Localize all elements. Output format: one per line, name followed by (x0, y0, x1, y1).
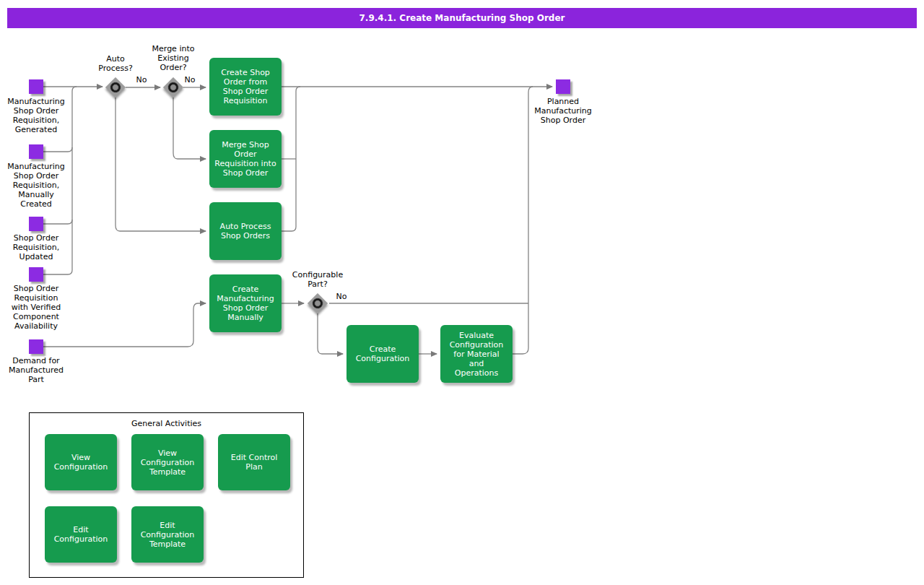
event-requisition-verified-availability[interactable] (29, 267, 43, 282)
gateway-icon (310, 296, 325, 311)
activity-label: Create Configuration (356, 344, 410, 363)
activity-label: Evaluate Configuration for Material and … (450, 331, 504, 378)
event-label: Manufacturing Shop Order Requisition, Ge… (0, 97, 78, 134)
process-diagram: 7.9.4.1. Create Manufacturing Shop Order… (0, 0, 924, 585)
activity-label: View Configuration (54, 453, 108, 472)
activity-auto-process-shop-orders[interactable]: Auto Process Shop Orders (209, 202, 282, 260)
activity-edit-control-plan[interactable]: Edit Control Plan (218, 434, 290, 490)
activity-edit-configuration-template[interactable]: Edit Configuration Template (131, 506, 204, 563)
event-demand-for-manufactured-part[interactable] (29, 339, 43, 354)
activity-evaluate-configuration[interactable]: Evaluate Configuration for Material and … (440, 325, 513, 383)
event-label: Shop Order Requisition with Verified Com… (0, 284, 78, 331)
event-mso-requisition-manually-created[interactable] (29, 144, 43, 159)
connector-event-manually-created (43, 147, 72, 152)
activity-view-configuration[interactable]: View Configuration (45, 434, 117, 490)
activity-label: Edit Control Plan (231, 453, 278, 472)
connector-event-updated (43, 220, 72, 224)
event-label: Manufacturing Shop Order Requisition, Ma… (0, 162, 78, 209)
event-label: Planned Manufacturing Shop Order (521, 97, 605, 125)
activity-label: Create Manufacturing Shop Order Manually (217, 285, 274, 322)
event-mso-requisition-generated[interactable] (29, 79, 43, 94)
connector-autoprocess-yes (116, 98, 206, 231)
activity-label: Create Shop Order from Shop Order Requis… (221, 68, 270, 105)
activity-edit-configuration[interactable]: Edit Configuration (45, 506, 117, 563)
activity-label: Auto Process Shop Orders (220, 222, 271, 240)
connector-configurable-yes (318, 313, 343, 354)
edge-label-no: No (328, 292, 354, 301)
activity-label: Merge Shop Order Requisition into Shop O… (214, 140, 276, 178)
event-shop-order-requisition-updated[interactable] (29, 217, 43, 231)
activity-label: Edit Configuration (54, 525, 108, 544)
activity-create-shop-order-manually[interactable]: Create Manufacturing Shop Order Manually (209, 274, 282, 332)
decision-label-merge-existing: Merge into Existing Order? (137, 44, 209, 72)
activity-label: View Configuration Template (141, 448, 195, 477)
event-label: Demand for Manufactured Part (0, 356, 78, 384)
activity-merge-requisition-into-shop-order[interactable]: Merge Shop Order Requisition into Shop O… (209, 130, 282, 188)
decision-label-configurable-part: Configurable Part? (282, 270, 354, 289)
activity-view-configuration-template[interactable]: View Configuration Template (131, 434, 204, 490)
general-activities-title: General Activities (30, 419, 303, 428)
event-label: Shop Order Requisition, Updated (0, 233, 78, 261)
connector-merge-yes (173, 98, 206, 159)
gateway-icon (108, 80, 123, 95)
connector-evaluate-out (513, 87, 533, 354)
edge-label-no: No (128, 75, 154, 84)
activity-create-configuration[interactable]: Create Configuration (346, 325, 419, 383)
general-activities-panel: General Activities View Configuration Vi… (29, 412, 304, 578)
event-planned-manufacturing-shop-order[interactable] (556, 79, 570, 94)
activity-create-shop-order-from-requisition[interactable]: Create Shop Order from Shop Order Requis… (209, 58, 282, 116)
edge-label-no: No (177, 75, 203, 84)
activity-label: Edit Configuration Template (141, 521, 195, 549)
